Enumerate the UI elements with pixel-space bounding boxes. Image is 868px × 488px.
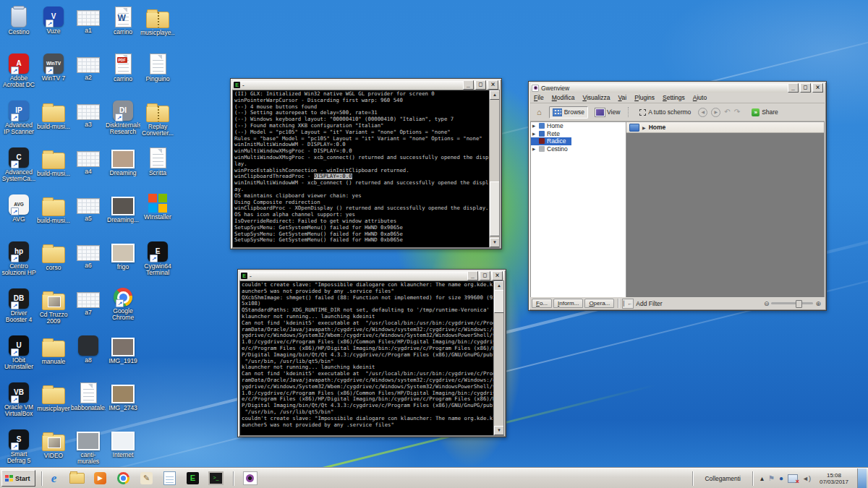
start-button[interactable]: Start [1, 470, 35, 487]
expand-arrow-icon[interactable]: ▶ [532, 124, 537, 128]
minimize-button[interactable] [463, 80, 474, 90]
desktop-icon[interactable]: Google Chrome [106, 288, 140, 333]
desktop-icon[interactable]: DBDriver Booster 4 [1, 288, 36, 333]
desktop-icon[interactable]: VIDEO [36, 429, 71, 474]
gwenview-content-area[interactable] [626, 133, 824, 297]
desktop-icon[interactable]: corso [36, 241, 71, 286]
menu-plugins[interactable]: Plugins [634, 94, 655, 101]
scrollbar-thumb[interactable] [490, 181, 500, 236]
desktop-icon[interactable]: Pinguino [140, 53, 175, 98]
zoom-slider[interactable] [771, 302, 813, 304]
desktop-icon[interactable]: UIObit Uninstaller [1, 335, 36, 380]
minimize-button[interactable] [788, 83, 799, 93]
tree-item-rete[interactable]: ▶Rete [531, 130, 626, 138]
desktop-icon[interactable]: a5 [71, 194, 106, 239]
previous-icon[interactable]: ◀ [698, 108, 707, 117]
close-button[interactable] [812, 83, 823, 93]
volume-icon[interactable]: ◄) [802, 475, 811, 482]
menu-modifica[interactable]: Modifica [552, 94, 575, 101]
bottom-tab[interactable]: Fo... [532, 299, 552, 308]
desktop-icon[interactable]: Scritta [140, 147, 175, 192]
terminal-window-2[interactable]: - couldn't create slave: "Impossibile di… [237, 269, 506, 437]
bottom-tab[interactable]: Inform... [553, 299, 583, 308]
terminal2-scrollbar[interactable] [493, 281, 503, 435]
desktop-icon[interactable]: Replay Converter... [140, 100, 175, 145]
scroll-up-arrow[interactable] [490, 90, 500, 100]
desktop-icon[interactable]: a7 [71, 288, 106, 333]
scrollbar-thumb[interactable] [494, 290, 504, 313]
menu-vai[interactable]: Vai [618, 94, 627, 101]
desktop-icon[interactable]: manuale [36, 335, 71, 380]
fullscreen-button[interactable]: A tutto schermo [636, 106, 694, 118]
rotate-left-icon[interactable]: ↶ [724, 108, 730, 116]
sidebar-toggle-button[interactable]: ▏← [622, 299, 634, 309]
menu-aiuto[interactable]: Aiuto [693, 94, 707, 101]
add-filter-label[interactable]: Add Filter [636, 300, 662, 307]
gwenview-window[interactable]: Gwenview FileModificaVisualizzaVaiPlugin… [528, 81, 827, 311]
zoom-slider-thumb[interactable] [796, 300, 802, 308]
bottom-tab[interactable]: Opera... [584, 299, 614, 308]
close-button[interactable] [492, 271, 503, 281]
desktop-icon[interactable]: ECygwin64 Terminal [140, 241, 175, 286]
desktop-icon[interactable]: WinTVWinTV 7 [36, 53, 71, 98]
maximize-button[interactable] [480, 271, 490, 281]
desktop-icon[interactable]: a3 [71, 100, 106, 145]
zoom-out-icon[interactable]: ⊖ [764, 300, 770, 307]
desktop-icon[interactable]: build-musi... [36, 194, 71, 239]
menu-settings[interactable]: Settings [663, 94, 685, 101]
app-tray-icon[interactable]: ● [779, 474, 783, 483]
hidden-icons-chevron[interactable]: ▴ [760, 474, 764, 483]
desktop-icon[interactable]: IMG_1919 [106, 335, 140, 380]
close-button[interactable] [488, 80, 498, 90]
maximize-button[interactable] [800, 83, 811, 93]
minimize-button[interactable] [467, 271, 478, 281]
desktop-icon[interactable]: build-musi... [36, 147, 71, 192]
terminal1-scrollbar[interactable] [489, 90, 499, 247]
zoom-in-icon[interactable]: ⊕ [815, 300, 821, 307]
desktop-icon[interactable]: hpCentro soluzioni HP [1, 241, 36, 286]
desktop-icon[interactable]: CAdvanced SystemCa... [1, 147, 36, 192]
links-toolbar-label[interactable]: Collegamenti [700, 475, 745, 482]
desktop-icon[interactable]: a6 [71, 241, 106, 286]
desktop-icon[interactable]: Cd Truzzo 2009 [36, 288, 71, 333]
taskbar-clock[interactable]: 15:08 07/03/2017 [815, 472, 853, 485]
scroll-down-arrow[interactable] [490, 238, 500, 247]
show-desktop-button[interactable] [857, 468, 867, 488]
desktop-icon[interactable]: AVGAVG [1, 194, 36, 239]
terminal2-titlebar[interactable]: - [239, 271, 504, 281]
desktop-icon[interactable]: Dreaming... [106, 194, 140, 239]
desktop-icon[interactable]: build-musi... [36, 100, 71, 145]
desktop-icon[interactable]: VBOracle VM VirtualBox [1, 382, 36, 427]
menu-file[interactable]: File [534, 94, 544, 101]
scroll-down-arrow[interactable] [494, 426, 504, 435]
desktop-icon[interactable]: frigo [106, 241, 140, 286]
desktop-icon[interactable]: a1 [71, 6, 106, 51]
network-icon[interactable] [788, 474, 798, 483]
desktop-icon[interactable]: WInstaller [140, 194, 175, 239]
desktop-icon[interactable]: a4 [71, 147, 106, 192]
desktop-icon[interactable]: VVuze [36, 6, 71, 51]
desktop-icon[interactable]: Internet [106, 429, 140, 474]
terminal-window-1[interactable]: - (II) GLX: Initialized Win32 native WGL… [230, 78, 502, 249]
expand-arrow-icon[interactable]: ▶ [532, 132, 537, 136]
desktop-icon[interactable]: carrino [106, 6, 140, 51]
desktop-icon[interactable]: Cestino [1, 6, 36, 51]
media-player-launcher[interactable]: ▶ [91, 469, 110, 487]
flag-icon[interactable]: ⚑ [768, 474, 775, 483]
desktop-icon[interactable]: musicplayer [36, 382, 71, 427]
desktop-icon[interactable]: IPAdvanced IP Scanner [1, 100, 36, 145]
desktop-icon[interactable]: canti-murales [71, 429, 106, 474]
desktop-icon[interactable]: carrino [106, 53, 140, 98]
desktop-icon[interactable]: babbonatale... [71, 382, 106, 427]
rotate-right-icon[interactable]: ↷ [734, 108, 740, 116]
breadcrumb[interactable]: ▶ Home [626, 122, 824, 133]
desktop-icon[interactable]: IMG_2743 [106, 382, 140, 427]
desktop-icon[interactable]: AAdobe Acrobat DC [1, 53, 36, 98]
cygwin-launcher[interactable]: E [184, 469, 203, 487]
next-icon[interactable]: ▶ [711, 108, 720, 117]
share-button[interactable]: »Share [748, 106, 782, 119]
tree-item-radice[interactable]: Radice [531, 137, 571, 145]
desktop-icon[interactable]: a8 [71, 335, 106, 380]
terminal1-titlebar[interactable]: - [232, 80, 500, 90]
chrome-launcher[interactable] [114, 469, 133, 487]
